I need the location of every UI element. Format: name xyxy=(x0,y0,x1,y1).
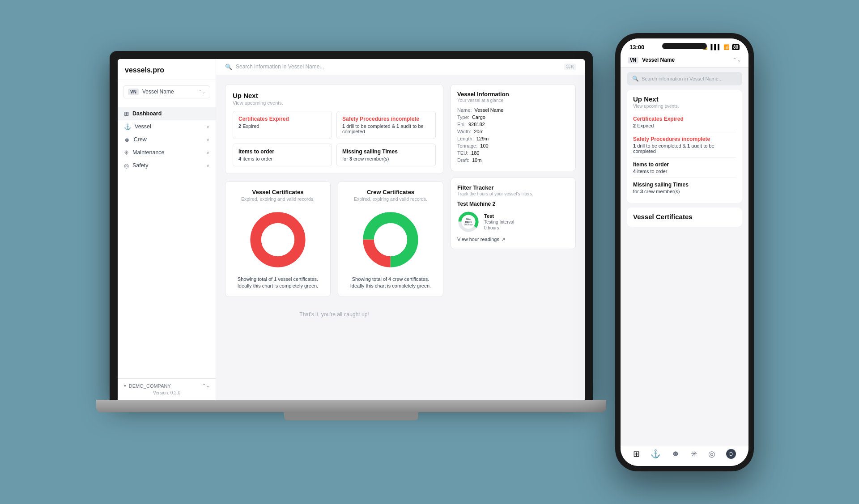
vessel-cert-footer: Showing total of 1 vessel certificates. … xyxy=(238,276,318,290)
up-next-item-items-order[interactable]: Items to order 4 items to order xyxy=(233,144,332,166)
item-desc: for 3 crew member(s) xyxy=(342,156,430,161)
company-chevron: ⌃⌄ xyxy=(202,383,209,388)
up-next-item-sailing[interactable]: Missing sailing Times for 3 crew member(… xyxy=(336,144,436,166)
external-link-icon: ↗ xyxy=(501,237,505,242)
top-bar: 🔍 Search information in Vessel Name... ⌘… xyxy=(216,59,585,75)
info-value: 180 xyxy=(471,150,479,156)
wifi-icon: 📶 xyxy=(723,44,730,50)
crew-icon: ☻ xyxy=(124,136,130,143)
item-desc: 4 items to order xyxy=(238,156,326,161)
company-selector[interactable]: ● DEMO_COMPANY ⌃⌄ xyxy=(124,383,209,389)
testing-interval-hours: 0 hours xyxy=(484,225,514,230)
up-next-item-safety[interactable]: Safety Procedures incomplete 1 drill to … xyxy=(336,111,436,139)
info-label: Name: xyxy=(457,107,472,113)
chevron-down-icon: ∨ xyxy=(206,124,209,129)
charts-grid: Vessel Certificates Expired, expiring an… xyxy=(225,181,443,297)
up-next-item-cert-expired[interactable]: Certificates Expired 2 Expired xyxy=(233,111,332,139)
dashboard-icon: ⊞ xyxy=(124,110,129,117)
vessel-cert-title: Vessel Certificates xyxy=(252,189,304,195)
chevron-down-icon: ∨ xyxy=(206,150,209,155)
view-hour-readings-link[interactable]: View hour readings ↗ xyxy=(457,237,569,242)
phone-item-missing-sailing[interactable]: Missing sailing Times for 3 crew member(… xyxy=(633,178,736,198)
info-row: Type: Cargo xyxy=(457,114,569,120)
phone-vessel-chevron: ⌃⌄ xyxy=(732,57,741,63)
search-icon: 🔍 xyxy=(225,64,232,70)
laptop-bezel: vessels.pro VN Vessel Name ⌃⌄ ⊞ Dashboar… xyxy=(110,51,593,400)
page-body: Up Next View upcoming events. Certificat… xyxy=(216,75,585,400)
phone-item-cert-expired[interactable]: Certificates Expired 2 Expired xyxy=(633,112,736,132)
crew-cert-donut xyxy=(361,211,420,269)
phone-nav-profile-icon[interactable]: D xyxy=(726,449,736,459)
info-row: Eni: 928182 xyxy=(457,122,569,127)
phone-item-desc: for 3 crew member(s) xyxy=(633,189,736,194)
vessel-badge: VN xyxy=(128,89,139,95)
info-value: Cargo xyxy=(472,114,485,120)
item-title: Items to order xyxy=(238,148,326,155)
info-row: Tonnage: 100 xyxy=(457,143,569,148)
main-content: 🔍 Search information in Vessel Name... ⌘… xyxy=(216,59,585,400)
view-hours-text: View hour readings xyxy=(457,237,499,242)
filter-tracker-subtitle: Track the hours of your vessel's filters… xyxy=(457,191,569,196)
filter-circle-area: Filter Hours 500 hour Test Testing Inter… xyxy=(457,211,569,233)
phone-item-title: Missing sailing Times xyxy=(633,182,736,188)
phone-status-icons: 🔔 ▌▌▌ 📶 80 xyxy=(702,44,740,50)
vessel-selector[interactable]: VN Vessel Name ⌃⌄ xyxy=(123,85,210,98)
phone-search-placeholder: Search information in Vessel Name... xyxy=(642,76,723,81)
company-name: DEMO_COMPANY xyxy=(129,383,171,389)
maintenance-icon: ✳ xyxy=(124,149,129,156)
info-label: TEU: xyxy=(457,150,468,156)
vessel-info-title: Vessel Information xyxy=(457,91,569,97)
filter-text-area: Test Testing Interval 0 hours xyxy=(484,213,514,230)
phone-nav-safety-icon[interactable]: ◎ xyxy=(708,449,715,459)
info-row: Name: Vessel Name xyxy=(457,107,569,113)
nav-section: ⊞ Dashboard ⚓ Vessel ∨ ☻ Crew ∨ ✳ xyxy=(118,104,216,378)
vessel-info-subtitle: Your vessel at a glance. xyxy=(457,98,569,103)
sidebar-item-crew[interactable]: ☻ Crew ∨ xyxy=(118,133,216,146)
phone-nav-maintenance-icon[interactable]: ✳ xyxy=(691,449,697,459)
info-row: Draft: 10m xyxy=(457,157,569,163)
phone-nav-crew-icon[interactable]: ☻ xyxy=(671,449,680,458)
search-close-badge[interactable]: ⌘K xyxy=(564,64,576,70)
info-label: Eni: xyxy=(457,122,466,127)
laptop-screen: vessels.pro VN Vessel Name ⌃⌄ ⊞ Dashboar… xyxy=(118,59,585,400)
vessel-selector-name: Vessel Name xyxy=(142,89,174,95)
item-desc: 1 drill to be completed & 1 audit to be … xyxy=(342,123,430,134)
phone-up-next-title: Up Next xyxy=(633,95,736,103)
signal-icon: ▌▌▌ xyxy=(710,44,721,50)
filter-tracker-title: Filter Tracker xyxy=(457,184,569,191)
sidebar-item-safety[interactable]: ◎ Safety ∨ xyxy=(118,159,216,172)
sidebar-item-label: Crew xyxy=(134,136,147,143)
phone-screen: 13:00 🔔 ▌▌▌ 📶 80 VN Vessel Name ⌃⌄ 🔍 Sea… xyxy=(621,38,748,466)
search-input[interactable]: Search information in Vessel Name... xyxy=(236,64,561,70)
info-value: 129m xyxy=(476,136,489,141)
phone-nav-vessel-icon[interactable]: ⚓ xyxy=(651,449,660,459)
phone-nav-grid-icon[interactable]: ⊞ xyxy=(633,449,640,459)
crew-cert-subtitle: Expired, expiring and valid records. xyxy=(354,196,427,202)
phone-item-desc: 1 drill to be completed & 1 audit to be … xyxy=(633,143,736,154)
sidebar-item-label: Safety xyxy=(132,162,148,169)
version-label: Version: 0.2.0 xyxy=(124,390,209,395)
phone-item-title: Safety Procedures incomplete xyxy=(633,136,736,142)
vessel-donut-svg xyxy=(249,211,307,269)
info-label: Tonnage: xyxy=(457,143,477,148)
phone-time: 13:00 xyxy=(629,44,644,51)
phone-item-title: Items to order xyxy=(633,161,736,168)
sidebar-item-dashboard[interactable]: ⊞ Dashboard xyxy=(118,107,216,120)
sidebar-item-vessel[interactable]: ⚓ Vessel ∨ xyxy=(118,120,216,133)
left-column: Up Next View upcoming events. Certificat… xyxy=(225,84,443,391)
filter-name: Test xyxy=(484,213,514,219)
crew-donut-svg xyxy=(361,211,420,269)
phone-content: VN Vessel Name ⌃⌄ 🔍 Search information i… xyxy=(621,53,748,445)
safety-icon: ◎ xyxy=(124,162,129,169)
phone-search-bar[interactable]: 🔍 Search information in Vessel Name... xyxy=(627,72,742,85)
up-next-section: Up Next View upcoming events. Certificat… xyxy=(225,84,443,174)
phone-bottom-nav: ⊞ ⚓ ☻ ✳ ◎ D xyxy=(621,445,748,466)
info-label: Draft: xyxy=(457,157,469,163)
crew-certificates-card: Crew Certificates Expired, expiring and … xyxy=(338,181,443,297)
phone-item-items-order[interactable]: Items to order 4 items to order xyxy=(633,158,736,178)
sidebar-footer: ● DEMO_COMPANY ⌃⌄ Version: 0.2.0 xyxy=(118,378,216,400)
phone-item-safety[interactable]: Safety Procedures incomplete 1 drill to … xyxy=(633,132,736,158)
info-value: 20m xyxy=(474,129,483,134)
sidebar-item-label: Vessel xyxy=(135,123,151,130)
sidebar-item-maintenance[interactable]: ✳ Maintenance ∨ xyxy=(118,146,216,159)
